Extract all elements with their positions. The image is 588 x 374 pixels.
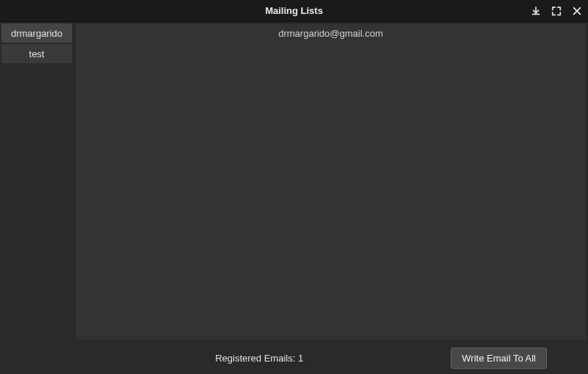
close-icon [572, 6, 582, 16]
titlebar-controls [529, 0, 584, 21]
expand-icon [551, 6, 562, 16]
main-area: drmargarido@gmail.com Registered Emails:… [73, 22, 588, 374]
sidebar-item-label: drmargarido [11, 28, 62, 39]
status-prefix: Registered Emails: [215, 353, 298, 364]
status-count: 1 [298, 353, 303, 364]
sidebar: drmargaridotest [0, 22, 73, 374]
email-list: drmargarido@gmail.com [75, 24, 587, 340]
registered-emails-status: Registered Emails: 1 [82, 353, 436, 364]
titlebar: Mailing Lists [0, 0, 588, 22]
maximize-button[interactable] [550, 4, 563, 18]
body-area: drmargaridotest drmargarido@gmail.com Re… [0, 22, 588, 374]
download-icon [531, 6, 541, 16]
write-email-to-all-button[interactable]: Write Email To All [451, 348, 547, 369]
footer: Registered Emails: 1 Write Email To All [73, 342, 588, 374]
sidebar-item-drmargarido[interactable]: drmargarido [1, 24, 72, 43]
minimize-button[interactable] [529, 4, 542, 18]
close-button[interactable] [570, 4, 584, 18]
window-title: Mailing Lists [265, 5, 323, 16]
sidebar-item-label: test [29, 48, 45, 60]
email-list-item[interactable]: drmargarido@gmail.com [76, 24, 586, 43]
sidebar-item-test[interactable]: test [1, 44, 72, 63]
